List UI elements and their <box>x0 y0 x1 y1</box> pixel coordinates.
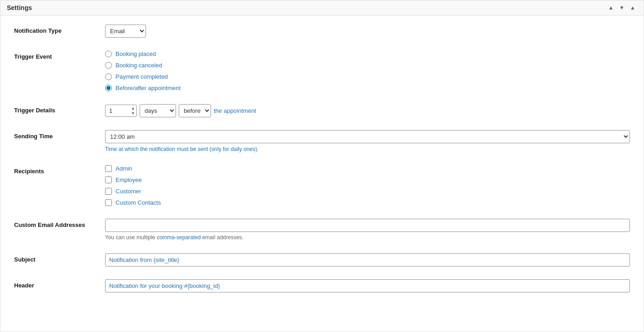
trigger-when-select[interactable]: before after <box>179 104 211 117</box>
subject-input[interactable] <box>105 253 630 267</box>
spinner-up-button[interactable]: ▲ <box>130 106 136 111</box>
subject-control <box>105 253 630 267</box>
checkbox-admin-input[interactable] <box>105 165 112 172</box>
recipients-checkbox-group: Admin Employee Customer Custom Contacts <box>105 165 630 206</box>
radio-booking-placed-label: Booking placed <box>116 50 156 57</box>
notification-type-row: Notification Type Email SMS <box>14 25 630 38</box>
checkbox-custom-contacts-label: Custom Contacts <box>116 199 161 206</box>
trigger-event-control: Booking placed Booking canceled Payment … <box>105 50 630 91</box>
checkbox-customer-label: Customer <box>116 188 141 195</box>
custom-email-input[interactable] <box>105 219 630 232</box>
checkbox-admin[interactable]: Admin <box>105 165 630 172</box>
radio-before-after-input[interactable] <box>105 85 112 91</box>
notification-type-select[interactable]: Email SMS <box>105 25 146 38</box>
checkbox-customer-input[interactable] <box>105 188 112 195</box>
email-hint-after: email addresses. <box>201 234 243 241</box>
trigger-details-row: Trigger Details ▲ ▼ days hours minutes <box>14 104 630 117</box>
sending-time-label: Sending Time <box>14 130 105 140</box>
header-field-label: Header <box>14 279 105 289</box>
trigger-number-wrap: ▲ ▼ <box>105 105 137 117</box>
checkbox-custom-contacts[interactable]: Custom Contacts <box>105 199 630 206</box>
collapse-up-button[interactable]: ▲ <box>606 4 615 11</box>
radio-booking-placed-input[interactable] <box>105 50 112 57</box>
checkbox-admin-label: Admin <box>116 165 132 172</box>
settings-title: Settings <box>7 4 32 11</box>
checkbox-customer[interactable]: Customer <box>105 188 630 195</box>
notification-type-label: Notification Type <box>14 25 105 34</box>
radio-booking-canceled-input[interactable] <box>105 62 112 69</box>
custom-email-control: You can use multiple comma-separated ema… <box>105 219 630 241</box>
trigger-suffix: the appointment <box>214 107 256 114</box>
radio-booking-canceled[interactable]: Booking canceled <box>105 62 630 69</box>
recipients-label: Recipients <box>14 165 105 175</box>
radio-booking-canceled-label: Booking canceled <box>116 62 162 69</box>
minimize-button[interactable]: ▲ <box>628 4 637 11</box>
radio-booking-placed[interactable]: Booking placed <box>105 50 630 57</box>
header-controls: ▲ ▼ ▲ <box>606 4 637 11</box>
sending-time-select[interactable]: 12:00 am 1:00 am 2:00 am 3:00 am <box>105 130 630 143</box>
trigger-event-row: Trigger Event Booking placed Booking can… <box>14 50 630 91</box>
checkbox-employee-label: Employee <box>116 176 142 183</box>
checkbox-employee[interactable]: Employee <box>105 176 630 183</box>
custom-email-hint: You can use multiple comma-separated ema… <box>105 234 630 241</box>
settings-panel: Settings ▲ ▼ ▲ Notification Type Email S… <box>0 0 644 332</box>
sending-time-control: 12:00 am 1:00 am 2:00 am 3:00 am Time at… <box>105 130 630 152</box>
settings-header: Settings ▲ ▼ ▲ <box>0 0 644 15</box>
trigger-event-label: Trigger Event <box>14 50 105 60</box>
trigger-unit-select[interactable]: days hours minutes <box>140 104 176 117</box>
trigger-details-inputs: ▲ ▼ days hours minutes before after the … <box>105 104 630 117</box>
email-hint-before: You can use multiple <box>105 234 157 241</box>
trigger-event-radio-group: Booking placed Booking canceled Payment … <box>105 50 630 91</box>
custom-email-row: Custom Email Addresses You can use multi… <box>14 219 630 241</box>
custom-email-label: Custom Email Addresses <box>14 219 105 228</box>
sending-time-hint: Time at which the notification must be s… <box>105 146 630 152</box>
email-hint-link: comma-separated <box>157 234 201 241</box>
checkbox-employee-input[interactable] <box>105 176 112 183</box>
checkbox-custom-contacts-input[interactable] <box>105 199 112 206</box>
trigger-details-label: Trigger Details <box>14 104 105 114</box>
radio-before-after[interactable]: Before/after appointment <box>105 85 630 91</box>
collapse-down-button[interactable]: ▼ <box>617 4 626 11</box>
radio-before-after-label: Before/after appointment <box>116 85 181 91</box>
subject-label: Subject <box>14 253 105 263</box>
recipients-row: Recipients Admin Employee Customer <box>14 165 630 206</box>
settings-body: Notification Type Email SMS Trigger Even… <box>0 15 644 314</box>
recipients-control: Admin Employee Customer Custom Contacts <box>105 165 630 206</box>
header-field-control <box>105 279 630 292</box>
sending-time-row: Sending Time 12:00 am 1:00 am 2:00 am 3:… <box>14 130 630 152</box>
trigger-details-control: ▲ ▼ days hours minutes before after the … <box>105 104 630 117</box>
spinner-buttons: ▲ ▼ <box>130 106 136 116</box>
radio-payment-completed[interactable]: Payment completed <box>105 73 630 80</box>
spinner-down-button[interactable]: ▼ <box>130 111 136 116</box>
header-input[interactable] <box>105 279 630 292</box>
header-field-row: Header <box>14 279 630 292</box>
notification-type-control: Email SMS <box>105 25 630 38</box>
sending-time-wrap: 12:00 am 1:00 am 2:00 am 3:00 am Time at… <box>105 130 630 152</box>
subject-row: Subject <box>14 253 630 267</box>
radio-payment-completed-label: Payment completed <box>116 73 168 80</box>
radio-payment-completed-input[interactable] <box>105 73 112 80</box>
